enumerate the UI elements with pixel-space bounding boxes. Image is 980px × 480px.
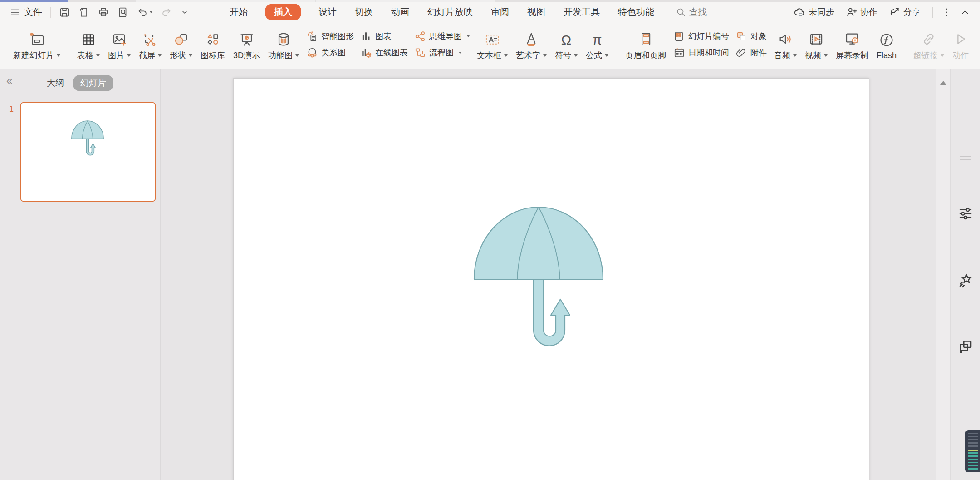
tab-animation[interactable]: 动画 [390, 4, 410, 20]
search-label: 查找 [689, 6, 707, 18]
export-convert-icon [78, 7, 89, 18]
ribbon-button-slide-number[interactable]: 幻灯片编号 [673, 30, 729, 42]
ribbon-button-text-box[interactable]: 文本框 [473, 24, 512, 65]
tab-outline[interactable]: 大纲 [47, 77, 64, 89]
video-icon [808, 28, 824, 47]
redo-button[interactable] [161, 7, 172, 18]
ribbon-button-symbol[interactable]: Ω 符号 [551, 24, 582, 65]
ribbon-button-video[interactable]: 视频 [801, 24, 832, 65]
save-icon [59, 7, 70, 18]
tab-slides[interactable]: 幻灯片 [73, 75, 113, 91]
symbol-label: 符号 [555, 50, 571, 61]
ribbon-button-new-slide[interactable]: 新建幻灯片 [9, 24, 64, 65]
ribbon-button-function-diagram[interactable]: 功能图 [264, 24, 303, 65]
print-button[interactable] [98, 7, 109, 18]
system-tray-widget[interactable] [965, 430, 980, 472]
online-chart-icon [360, 47, 372, 59]
ribbon-button-smart-graphics[interactable]: 智能图形 [306, 30, 354, 42]
save-button[interactable] [59, 7, 70, 18]
animation-pane-icon[interactable] [957, 272, 974, 289]
ribbon-button-table[interactable]: 表格 [73, 24, 104, 65]
collapse-ribbon-button[interactable] [960, 7, 970, 17]
tab-view[interactable]: 视图 [526, 4, 546, 20]
sidebar-handle-icon[interactable] [959, 153, 972, 164]
search-button[interactable]: 查找 [676, 6, 707, 18]
ribbon-button-screenshot[interactable]: 截屏 [135, 24, 166, 65]
share-label: 分享 [903, 6, 921, 18]
ribbon-button-attachment[interactable]: 附件 [735, 47, 767, 59]
print-preview-icon [118, 7, 128, 18]
collaborate-button[interactable]: 协作 [846, 6, 877, 18]
selection-pane-icon[interactable] [957, 338, 974, 354]
print-preview-button[interactable] [118, 7, 128, 18]
scroll-up-arrow-icon[interactable] [940, 81, 946, 85]
word-art-icon [524, 28, 539, 47]
more-vertical-icon [945, 7, 948, 18]
tab-design[interactable]: 设计 [318, 4, 338, 20]
ribbon-button-action[interactable]: 动作 [948, 24, 973, 65]
hyperlink-icon [921, 28, 936, 47]
ribbon-button-date-time[interactable]: 日期和时间 [673, 47, 729, 59]
flash-label: Flash [877, 51, 897, 60]
text-box-label: 文本框 [477, 50, 501, 61]
umbrella-shape[interactable] [473, 206, 604, 351]
mind-map-label: 思维导图 [429, 31, 462, 42]
vertical-scrollbar[interactable] [936, 69, 951, 480]
undo-icon [137, 7, 148, 18]
ribbon-button-mind-map[interactable]: 思维导图 [414, 30, 470, 42]
date-time-icon [673, 47, 685, 59]
share-button[interactable]: 分享 [889, 6, 921, 18]
relation-diagram-label: 关系图 [321, 47, 346, 58]
slide-1[interactable] [233, 78, 869, 480]
ribbon-button-hyperlink[interactable]: 超链接 [909, 24, 948, 65]
ribbon-button-chart[interactable]: 图表 [360, 30, 408, 42]
video-label: 视频 [805, 50, 821, 61]
tab-insert[interactable]: 插入 [265, 4, 301, 20]
tab-home[interactable]: 开始 [229, 4, 249, 20]
tab-transition[interactable]: 切换 [354, 4, 374, 20]
tab-developer[interactable]: 开发工具 [563, 4, 601, 20]
tab-special-features[interactable]: 特色功能 [617, 4, 655, 20]
table-label: 表格 [77, 50, 93, 61]
editing-canvas[interactable] [161, 69, 936, 480]
more-options-button[interactable] [945, 7, 948, 18]
export-button[interactable] [78, 7, 89, 18]
ribbon-button-formula[interactable]: π 公式 [582, 24, 612, 65]
slide-thumbnail-1[interactable] [20, 102, 156, 202]
ribbon-button-header-footer[interactable]: 页眉和页脚 [621, 24, 670, 65]
tab-slideshow[interactable]: 幻灯片放映 [426, 4, 474, 20]
customize-toolbar-button[interactable] [181, 8, 189, 16]
tab-review[interactable]: 审阅 [490, 4, 510, 20]
hamburger-icon [10, 7, 20, 17]
right-sidebar [951, 69, 980, 480]
cloud-sync-icon [794, 7, 805, 18]
panel-collapse-button[interactable]: « [6, 75, 12, 86]
function-diagram-icon [276, 28, 291, 47]
search-icon [676, 7, 686, 17]
ribbon-button-shapes[interactable]: 形状 [166, 24, 196, 65]
object-properties-icon[interactable] [958, 205, 973, 221]
ribbon-button-flow-chart[interactable]: 流程图 [414, 47, 470, 59]
ribbon-button-audio[interactable]: 音频 [770, 24, 801, 65]
ribbon-button-3d-presentation[interactable]: 3D演示 [229, 24, 264, 65]
file-menu-button[interactable]: 文件 [10, 6, 42, 18]
ribbon-button-word-art[interactable]: 艺术字 [512, 24, 551, 65]
sync-status-button[interactable]: 未同步 [794, 6, 834, 18]
slide-thumbnail-number: 1 [9, 104, 14, 114]
icon-library-label: 图标库 [201, 50, 225, 61]
ribbon-button-relation-diagram[interactable]: 关系图 [306, 47, 354, 59]
ribbon-button-screen-record[interactable]: 屏幕录制 [832, 24, 872, 65]
ribbon-button-online-chart[interactable]: 在线图表 [360, 47, 408, 59]
screenshot-icon [143, 28, 157, 47]
action-label: 动作 [952, 50, 969, 61]
smart-graphics-label: 智能图形 [321, 31, 354, 42]
attachment-paperclip-icon [735, 47, 747, 59]
ribbon-button-flash[interactable]: Flash [872, 24, 901, 65]
object-icon [735, 30, 747, 42]
ribbon-button-picture[interactable]: 图片 [104, 24, 135, 65]
ribbon-button-icon-library[interactable]: 图标库 [196, 24, 229, 65]
sync-status-label: 未同步 [808, 6, 834, 18]
ribbon-button-object[interactable]: 对象 [735, 30, 767, 42]
undo-button[interactable] [137, 7, 152, 18]
attachment-label: 附件 [750, 47, 767, 58]
